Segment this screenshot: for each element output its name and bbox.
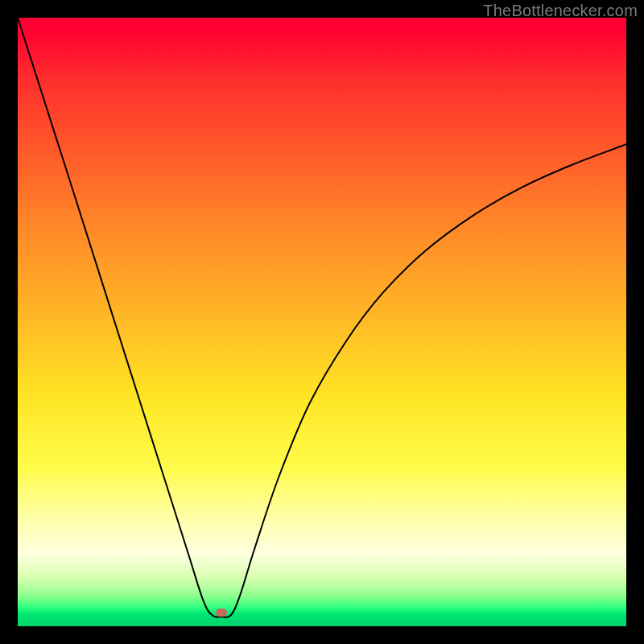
watermark-text: TheBottlenecker.com bbox=[483, 2, 638, 20]
chart-frame: TheBottlenecker.com bbox=[0, 0, 644, 644]
bottleneck-curve bbox=[18, 18, 626, 626]
optimum-marker bbox=[216, 609, 227, 617]
plot-area bbox=[18, 18, 626, 626]
